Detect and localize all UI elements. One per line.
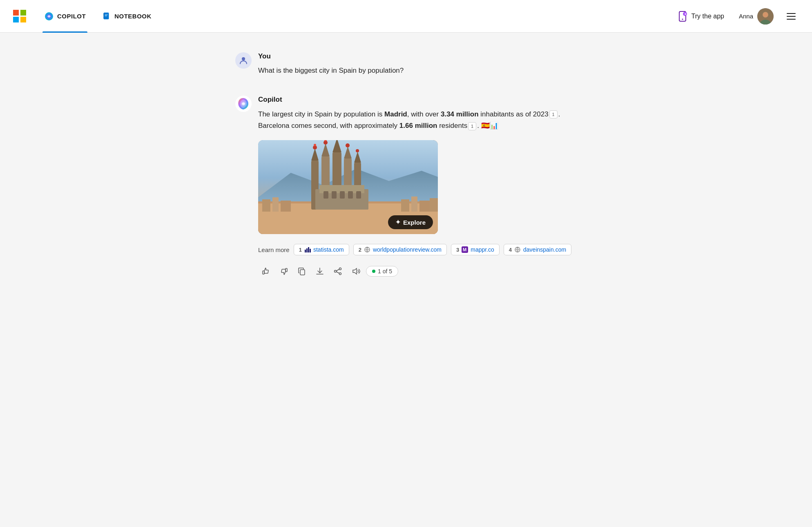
green-dot — [372, 270, 375, 273]
hamburger-button[interactable] — [783, 10, 799, 23]
svg-point-44 — [356, 149, 359, 152]
response-bold1: Madrid — [384, 110, 407, 118]
svg-rect-22 — [272, 197, 279, 212]
action-bar: 1 of 5 — [258, 264, 577, 279]
svg-rect-6 — [105, 16, 107, 16]
svg-rect-25 — [411, 197, 417, 212]
explore-icon: ✦ — [395, 219, 401, 226]
svg-point-64 — [335, 270, 337, 272]
explore-label: Explore — [403, 219, 426, 226]
response-bold3: 1.66 million — [399, 122, 437, 130]
learn-more-label: Learn more — [258, 246, 290, 253]
citation-2[interactable]: 1 — [468, 122, 476, 130]
source-chip-1[interactable]: 1 statista.com — [294, 244, 349, 255]
response-p2: , with over — [407, 110, 441, 118]
copilot-avatar — [235, 96, 252, 112]
source-chip-2[interactable]: 2 worldpopulationreview.com — [353, 244, 447, 255]
svg-rect-51 — [356, 191, 361, 199]
user-message-content: You What is the biggest city in Spain by… — [258, 52, 577, 76]
response-p3: inhabitants as of 2023 — [479, 110, 549, 118]
source-domain-2: worldpopulationreview.com — [373, 246, 442, 253]
user-message-text: What is the biggest city in Spain by pop… — [258, 65, 577, 76]
statista-icon — [304, 246, 311, 253]
svg-rect-5 — [105, 14, 108, 15]
volume-button[interactable] — [348, 264, 364, 279]
svg-text:M: M — [463, 247, 466, 252]
thumbs-up-button[interactable] — [258, 264, 274, 279]
explore-button[interactable]: ✦ Explore — [388, 215, 433, 229]
thumbs-up-icon — [261, 267, 270, 276]
source-domain-4: daveinspain.com — [523, 246, 566, 253]
mappr-icon: M — [462, 246, 468, 253]
svg-rect-62 — [300, 270, 305, 275]
svg-rect-4 — [103, 17, 105, 18]
volume-icon — [351, 267, 360, 276]
source-num-1: 1 — [299, 247, 302, 253]
response-p6: . 🇪🇸📊 — [477, 122, 498, 130]
response-p1: The largest city in Spain by population … — [258, 110, 384, 118]
globe-icon-1 — [364, 246, 370, 253]
header: COPILOT NOTEBOOK ✦ Try the app — [0, 0, 812, 33]
svg-text:✦: ✦ — [684, 13, 686, 16]
svg-rect-47 — [323, 191, 328, 199]
thumbs-down-icon — [279, 267, 288, 276]
svg-rect-2 — [103, 13, 105, 14]
hamburger-line-1 — [787, 13, 796, 14]
avatar-image — [757, 8, 774, 25]
try-app-button[interactable]: ✦ Try the app — [672, 7, 729, 25]
svg-rect-54 — [308, 247, 309, 252]
svg-rect-27 — [430, 198, 438, 212]
learn-more-section: Learn more 1 statista.com 2 worldpopulat… — [258, 244, 577, 255]
main-content: You What is the biggest city in Spain by… — [222, 33, 590, 299]
try-app-label: Try the app — [692, 13, 724, 20]
hamburger-line-3 — [787, 19, 796, 20]
svg-rect-53 — [306, 248, 308, 252]
nav-notebook-label: NOTEBOOK — [114, 13, 152, 20]
source-chip-4[interactable]: 4 daveinspain.com — [504, 244, 571, 255]
svg-point-31 — [314, 144, 316, 146]
notebook-nav-icon — [102, 12, 111, 21]
source-num-4: 4 — [509, 247, 512, 253]
svg-rect-52 — [305, 250, 306, 252]
globe-icon-2 — [514, 246, 521, 253]
copilot-swirl-icon — [236, 96, 251, 111]
svg-rect-21 — [262, 199, 270, 212]
page-indicator: 1 of 5 — [366, 266, 398, 277]
person-icon — [239, 56, 248, 65]
user-label: You — [258, 52, 577, 60]
user-area[interactable]: Anna — [739, 8, 774, 25]
copilot-message: Copilot The largest city in Spain by pop… — [235, 96, 577, 279]
svg-rect-23 — [281, 201, 291, 212]
copy-icon — [297, 267, 306, 276]
user-message: You What is the biggest city in Spain by… — [235, 52, 577, 76]
copilot-label: Copilot — [258, 96, 577, 104]
svg-rect-50 — [348, 191, 353, 199]
thumbs-down-button[interactable] — [276, 264, 292, 279]
svg-rect-61 — [286, 268, 287, 272]
citation-1[interactable]: 1 — [549, 110, 558, 118]
response-p5: residents — [437, 122, 467, 130]
source-domain-3: mappr.co — [471, 246, 494, 253]
svg-marker-68 — [353, 268, 357, 274]
header-left: COPILOT NOTEBOOK — [13, 0, 153, 33]
source-chip-3[interactable]: 3 M mappr.co — [451, 244, 500, 255]
source-num-2: 2 — [359, 247, 361, 253]
nav-copilot-label: COPILOT — [57, 13, 86, 20]
share-button[interactable] — [330, 264, 346, 279]
nav-notebook[interactable]: NOTEBOOK — [100, 0, 153, 33]
svg-point-41 — [346, 143, 350, 147]
svg-point-14 — [763, 12, 768, 17]
nav-copilot[interactable]: COPILOT — [42, 0, 87, 33]
phone-icon: ✦ — [677, 11, 688, 22]
download-button[interactable] — [312, 264, 328, 279]
header-right: ✦ Try the app Anna — [672, 7, 799, 25]
copy-button[interactable] — [294, 264, 310, 279]
page-indicator-text: 1 of 5 — [378, 268, 392, 275]
copilot-message-content: Copilot The largest city in Spain by pop… — [258, 96, 577, 279]
svg-line-67 — [337, 272, 339, 273]
copilot-response-text: The largest city in Spain by population … — [258, 109, 577, 132]
user-name: Anna — [739, 13, 753, 20]
download-icon — [315, 267, 324, 276]
svg-rect-24 — [401, 199, 409, 212]
copilot-nav-icon — [44, 11, 54, 21]
